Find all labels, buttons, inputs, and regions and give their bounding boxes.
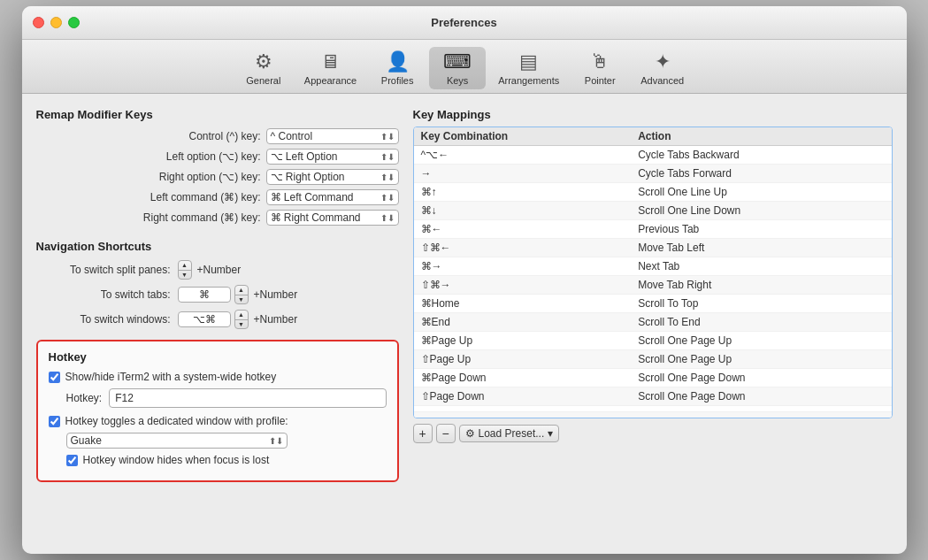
switch-windows-plus: +Number bbox=[254, 313, 298, 326]
control-key-label: Control (^) key: bbox=[36, 130, 266, 142]
action-cell: Move Tab Left bbox=[631, 239, 891, 257]
key-combination-cell: ⌘Page Down bbox=[414, 369, 632, 387]
table-row[interactable]: ⌘→ Next Tab bbox=[414, 257, 892, 276]
right-option-arrow: ⬆⬇ bbox=[380, 173, 395, 182]
tab-keys[interactable]: ⌨ Keys bbox=[429, 47, 486, 89]
switch-tabs-key: ⌘ bbox=[178, 287, 231, 303]
window-title: Preferences bbox=[431, 16, 496, 29]
table-row[interactable]: ⌘End Scroll To End bbox=[414, 313, 892, 332]
table-row[interactable]: ⌘Home Scroll To Top bbox=[414, 295, 892, 313]
action-cell: Scroll To End bbox=[631, 313, 891, 332]
close-button[interactable] bbox=[33, 17, 44, 28]
right-command-label: Right command (⌘) key: bbox=[36, 211, 266, 224]
table-row[interactable]: ⌘Page Up Scroll One Page Up bbox=[414, 332, 892, 350]
table-row[interactable]: ⌘↑ Scroll One Line Up bbox=[414, 183, 892, 202]
key-table-container: Key Combination Action ^⌥← Cycle Tabs Ba… bbox=[413, 127, 893, 418]
left-option-arrow: ⬆⬇ bbox=[380, 152, 395, 162]
left-option-select[interactable]: ⌥ Left Option ⬆⬇ bbox=[266, 149, 399, 165]
switch-windows-down[interactable]: ▼ bbox=[235, 320, 248, 329]
minimize-button[interactable] bbox=[50, 17, 62, 28]
tab-appearance[interactable]: 🖥 Appearance bbox=[295, 47, 365, 89]
left-option-row: Left option (⌥) key: ⌥ Left Option ⬆⬇ bbox=[36, 149, 399, 165]
table-row[interactable] bbox=[414, 406, 892, 412]
table-row[interactable]: ⇧⌘→ Move Tab Right bbox=[414, 276, 892, 295]
hotkey-section: Hotkey Show/hide iTerm2 with a system-wi… bbox=[36, 340, 399, 482]
switch-tabs-stepper[interactable]: ▲ ▼ bbox=[234, 285, 249, 304]
tab-arrangements[interactable]: ▤ Arrangements bbox=[489, 47, 568, 89]
show-hide-row: Show/hide iTerm2 with a system-wide hotk… bbox=[49, 371, 387, 383]
left-command-row: Left command (⌘) key: ⌘ Left Command ⬆⬇ bbox=[36, 189, 399, 205]
table-row[interactable]: ⇧⌘← Move Tab Left bbox=[414, 239, 892, 257]
switch-tabs-label: To switch tabs: bbox=[36, 288, 178, 301]
maximize-button[interactable] bbox=[68, 17, 80, 28]
table-row[interactable]: ⌘↓ Scroll One Line Down bbox=[414, 202, 892, 220]
toggles-row: Hotkey toggles a dedicated window with p… bbox=[49, 415, 387, 427]
switch-windows-stepper[interactable]: ▲ ▼ bbox=[234, 310, 249, 329]
switch-tabs-up[interactable]: ▲ bbox=[235, 286, 248, 295]
appearance-icon: 🖥 bbox=[320, 50, 340, 73]
hotkey-input-row: Hotkey: bbox=[66, 388, 387, 408]
action-cell bbox=[631, 412, 891, 418]
key-combination-cell: ⌘→ bbox=[414, 257, 632, 276]
switch-windows-up[interactable]: ▲ bbox=[235, 311, 248, 320]
remap-title: Remap Modifier Keys bbox=[36, 108, 399, 121]
right-command-value: ⌘ Right Command bbox=[271, 211, 361, 224]
table-row[interactable]: ⇧Page Down Scroll One Page Down bbox=[414, 387, 892, 406]
hides-checkbox[interactable] bbox=[66, 455, 78, 466]
action-cell: Scroll One Page Up bbox=[631, 350, 891, 369]
table-row[interactable]: ⇧Page Up Scroll One Page Up bbox=[414, 350, 892, 369]
right-option-value: ⌥ Right Option bbox=[271, 171, 345, 183]
tab-pointer[interactable]: 🖱 Pointer bbox=[571, 47, 628, 89]
tab-pointer-label: Pointer bbox=[585, 75, 616, 86]
split-panes-down[interactable]: ▼ bbox=[179, 271, 191, 280]
show-hide-checkbox[interactable] bbox=[49, 372, 60, 383]
split-panes-up[interactable]: ▲ bbox=[179, 261, 191, 271]
action-cell: Cycle Tabs Backward bbox=[631, 146, 891, 165]
left-command-select[interactable]: ⌘ Left Command ⬆⬇ bbox=[266, 189, 399, 205]
switch-tabs-row: To switch tabs: ⌘ ▲ ▼ +Number bbox=[36, 285, 399, 304]
key-mappings-title: Key Mappings bbox=[413, 108, 893, 121]
split-panes-row: To switch split panes: ▲ ▼ +Number bbox=[36, 260, 399, 280]
action-cell: Scroll To Top bbox=[631, 295, 891, 313]
remove-button[interactable]: − bbox=[436, 424, 456, 443]
tab-profiles-label: Profiles bbox=[381, 75, 414, 86]
toolbar: ⚙ General 🖥 Appearance 👤 Profiles ⌨ Keys… bbox=[22, 40, 907, 94]
key-combination-cell: ⌘↓ bbox=[414, 202, 632, 220]
switch-tabs-down[interactable]: ▼ bbox=[235, 295, 248, 304]
key-table: Key Combination Action ^⌥← Cycle Tabs Ba… bbox=[414, 127, 892, 418]
switch-tabs-plus: +Number bbox=[254, 288, 298, 301]
table-row[interactable]: ^⌥← Cycle Tabs Backward bbox=[414, 146, 892, 165]
key-combination-cell: ⌘← bbox=[414, 220, 632, 239]
tab-general[interactable]: ⚙ General bbox=[235, 47, 292, 89]
key-combination-cell bbox=[414, 406, 632, 412]
table-footer: + − ⚙ Load Preset... ▾ bbox=[413, 424, 893, 443]
add-button[interactable]: + bbox=[413, 424, 433, 443]
tab-advanced[interactable]: ✦ Advanced bbox=[632, 47, 693, 89]
left-option-control: ⌥ Left Option ⬆⬇ bbox=[266, 149, 399, 165]
load-preset-button[interactable]: ⚙ Load Preset... ▾ bbox=[459, 425, 560, 442]
control-key-select[interactable]: ^ Control ⬆⬇ bbox=[266, 128, 399, 144]
key-combination-cell: ⇧⌘→ bbox=[414, 276, 632, 295]
table-row[interactable]: ⌘Page Down Scroll One Page Down bbox=[414, 369, 892, 387]
action-cell: Scroll One Page Down bbox=[631, 369, 891, 387]
profile-value: Guake bbox=[71, 434, 102, 447]
action-cell: Cycle Tabs Forward bbox=[631, 165, 891, 183]
table-row[interactable] bbox=[414, 412, 892, 418]
switch-windows-key: ⌥⌘ bbox=[178, 311, 231, 327]
action-cell bbox=[631, 406, 891, 412]
action-cell: Scroll One Line Down bbox=[631, 202, 891, 220]
toggles-checkbox[interactable] bbox=[49, 416, 60, 427]
right-option-select[interactable]: ⌥ Right Option ⬆⬇ bbox=[266, 169, 399, 185]
profile-select-row: Guake ⬆⬇ bbox=[66, 433, 387, 449]
table-row[interactable]: → Cycle Tabs Forward bbox=[414, 165, 892, 183]
profile-dropdown[interactable]: Guake ⬆⬇ bbox=[66, 433, 288, 449]
table-row[interactable]: ⌘← Previous Tab bbox=[414, 220, 892, 239]
right-command-arrow: ⬆⬇ bbox=[380, 213, 395, 223]
split-panes-stepper[interactable]: ▲ ▼ bbox=[178, 260, 192, 280]
left-option-value: ⌥ Left Option bbox=[271, 150, 338, 163]
hotkey-input[interactable] bbox=[109, 388, 386, 408]
tab-profiles[interactable]: 👤 Profiles bbox=[369, 47, 426, 89]
right-command-select[interactable]: ⌘ Right Command ⬆⬇ bbox=[266, 210, 399, 226]
control-key-control: ^ Control ⬆⬇ bbox=[266, 128, 399, 144]
action-cell: Scroll One Page Down bbox=[631, 387, 891, 406]
